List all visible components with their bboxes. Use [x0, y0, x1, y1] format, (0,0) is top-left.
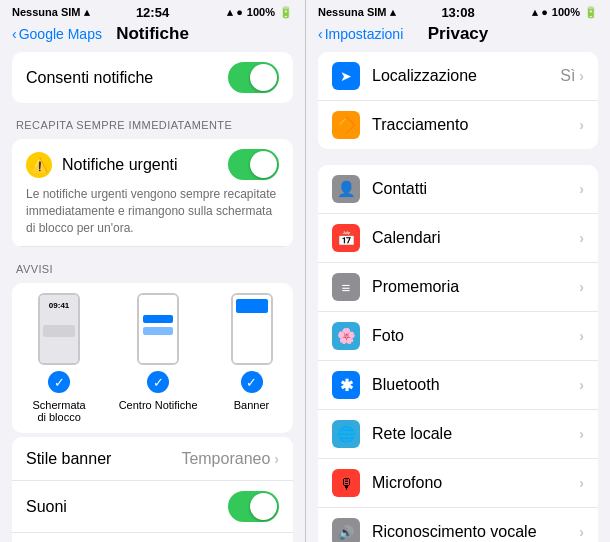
stile-banner-chevron: ›: [274, 451, 279, 467]
microfono-icon: 🎙: [332, 469, 360, 497]
center-bar2: [143, 327, 173, 335]
urgent-row: ⚠️ Notifiche urgenti Le notifiche urgent…: [12, 139, 293, 247]
suoni-label: Suoni: [26, 498, 228, 516]
section-label-2: AVVISI: [0, 251, 305, 279]
rete-locale-item[interactable]: 🌐 Rete locale ›: [318, 410, 598, 459]
localizzazione-value: Sì: [560, 67, 575, 85]
phone-banner-mockup: [231, 293, 273, 365]
phone-center-screen: [139, 295, 177, 363]
right-carrier: Nessuna SIM ▴: [318, 6, 396, 19]
stile-banner-row[interactable]: Stile banner Temporaneo ›: [12, 437, 293, 481]
left-nav-title: Notifiche: [116, 24, 189, 44]
promemoria-item[interactable]: ≡ Promemoria ›: [318, 263, 598, 312]
banner-check: ✓: [241, 371, 263, 393]
calendari-item[interactable]: 📅 Calendari ›: [318, 214, 598, 263]
riconoscimento-vocale-icon: 🔊: [332, 518, 360, 542]
right-panel: Nessuna SIM ▴ 13:08 ▴ ● 100% 🔋 ‹ Imposta…: [305, 0, 610, 542]
rete-locale-chevron: ›: [579, 426, 584, 442]
urgent-desc: Le notifiche urgenti vengono sempre reca…: [26, 186, 279, 236]
microfono-chevron: ›: [579, 475, 584, 491]
contatti-item[interactable]: 👤 Contatti ›: [318, 165, 598, 214]
right-time: 13:08: [441, 5, 474, 20]
banner-label: Banner: [234, 399, 269, 411]
suoni-toggle[interactable]: [228, 491, 279, 522]
consenti-row: Consenti notifiche: [12, 52, 293, 103]
phone-banner-screen: [233, 295, 271, 363]
settings-card: Stile banner Temporaneo › Suoni Badge: [12, 437, 293, 542]
promemoria-chevron: ›: [579, 279, 584, 295]
notif-style-banner[interactable]: ✓ Banner: [231, 293, 273, 423]
phone-center-mockup: [137, 293, 179, 365]
tracciamento-chevron: ›: [579, 117, 584, 133]
lock-check: ✓: [48, 371, 70, 393]
promemoria-icon: ≡: [332, 273, 360, 301]
urgent-toggle[interactable]: [228, 149, 279, 180]
tracciamento-item[interactable]: 🔶 Tracciamento ›: [318, 101, 598, 149]
notif-style-center[interactable]: ✓ Centro Notifiche: [119, 293, 198, 423]
foto-label: Foto: [372, 327, 579, 345]
lock-label: Schermatadi blocco: [32, 399, 85, 423]
stile-banner-value: Temporaneo: [181, 450, 270, 468]
badge-row: Badge: [12, 533, 293, 542]
toggle-thumb-suoni: [250, 493, 277, 520]
promemoria-label: Promemoria: [372, 278, 579, 296]
privacy-group-1: ➤ Localizzazione Sì › 🔶 Tracciamento ›: [318, 52, 598, 149]
bluetooth-label: Bluetooth: [372, 376, 579, 394]
contatti-label: Contatti: [372, 180, 579, 198]
right-battery: ▴ ● 100% 🔋: [532, 6, 598, 19]
bluetooth-item[interactable]: ✱ Bluetooth ›: [318, 361, 598, 410]
spacer-1: [306, 153, 610, 161]
contatti-chevron: ›: [579, 181, 584, 197]
bluetooth-icon: ✱: [332, 371, 360, 399]
right-back-button[interactable]: ‹ Impostazioni: [318, 26, 403, 42]
left-back-button[interactable]: ‹ Google Maps: [12, 26, 102, 42]
localizzazione-chevron: ›: [579, 68, 584, 84]
microfono-item[interactable]: 🎙 Microfono ›: [318, 459, 598, 508]
consenti-notifiche-card: Consenti notifiche: [12, 52, 293, 103]
localizzazione-label: Localizzazione: [372, 67, 560, 85]
foto-icon: 🌸: [332, 322, 360, 350]
riconoscimento-vocale-chevron: ›: [579, 524, 584, 540]
right-scroll: ➤ Localizzazione Sì › 🔶 Tracciamento › 👤: [306, 48, 610, 542]
tracciamento-icon: 🔶: [332, 111, 360, 139]
privacy-group-2: 👤 Contatti › 📅 Calendari › ≡ Promemoria …: [318, 165, 598, 542]
left-time: 12:54: [136, 5, 169, 20]
toggle-thumb-urgent: [250, 151, 277, 178]
right-nav-title: Privacy: [428, 24, 489, 44]
contatti-icon: 👤: [332, 175, 360, 203]
urgent-row-top: ⚠️ Notifiche urgenti: [26, 149, 279, 180]
foto-chevron: ›: [579, 328, 584, 344]
calendari-chevron: ›: [579, 230, 584, 246]
phone-lock-screen: 09:41: [40, 295, 78, 363]
urgent-card: ⚠️ Notifiche urgenti Le notifiche urgent…: [12, 139, 293, 247]
left-battery: ▴ ● 100% 🔋: [227, 6, 293, 19]
calendari-icon: 📅: [332, 224, 360, 252]
phone-lock-mockup: 09:41: [38, 293, 80, 365]
left-nav-bar: ‹ Google Maps Notifiche: [0, 22, 305, 48]
localizzazione-icon: ➤: [332, 62, 360, 90]
consenti-label: Consenti notifiche: [26, 69, 228, 87]
tracciamento-label: Tracciamento: [372, 116, 579, 134]
stile-banner-label: Stile banner: [26, 450, 181, 468]
right-nav-bar: ‹ Impostazioni Privacy: [306, 22, 610, 48]
rete-locale-label: Rete locale: [372, 425, 579, 443]
localizzazione-item[interactable]: ➤ Localizzazione Sì ›: [318, 52, 598, 101]
foto-item[interactable]: 🌸 Foto ›: [318, 312, 598, 361]
toggle-thumb: [250, 64, 277, 91]
riconoscimento-vocale-label: Riconoscimento vocale: [372, 523, 579, 541]
rete-locale-icon: 🌐: [332, 420, 360, 448]
center-label: Centro Notifiche: [119, 399, 198, 411]
left-carrier: Nessuna SIM ▴: [12, 6, 90, 19]
left-scroll: Consenti notifiche RECAPITA SEMPRE IMMED…: [0, 48, 305, 542]
riconoscimento-vocale-item[interactable]: 🔊 Riconoscimento vocale ›: [318, 508, 598, 542]
consenti-toggle[interactable]: [228, 62, 279, 93]
left-panel: Nessuna SIM ▴ 12:54 ▴ ● 100% 🔋 ‹ Google …: [0, 0, 305, 542]
bluetooth-chevron: ›: [579, 377, 584, 393]
banner-bar: [236, 299, 268, 313]
urgent-icon: ⚠️: [26, 152, 52, 178]
notif-style-lock[interactable]: 09:41 ✓ Schermatadi blocco: [32, 293, 85, 423]
lock-notif-bar: [43, 325, 75, 337]
center-bar1: [143, 315, 173, 323]
urgent-label: Notifiche urgenti: [62, 156, 228, 174]
section-label-1: RECAPITA SEMPRE IMMEDIATAMENTE: [0, 107, 305, 135]
